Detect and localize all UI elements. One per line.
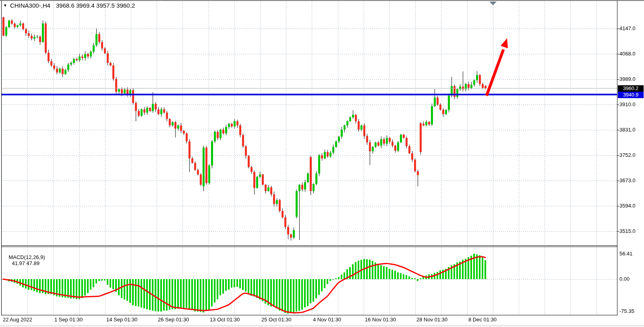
price-axis-label: 3831.0 <box>619 127 636 133</box>
time-axis-label: 25 Oct 01:30 <box>261 317 291 323</box>
price-axis-label: 3989.0 <box>619 76 636 82</box>
price-axis-label: 3673.0 <box>619 177 636 183</box>
time-axis-label: 4 Nov 01:30 <box>313 317 341 323</box>
chart-title: ▼ CHINA300-,H4 3968.6 3969.4 3957.5 3960… <box>3 2 135 9</box>
macd-name: MACD(12,26,9) <box>8 254 45 260</box>
macd-indicator-label: MACD(12,26,9) 41.97 47.89 <box>3 248 45 272</box>
chart-canvas[interactable] <box>0 0 644 327</box>
symbol-period-label: CHINA300-,H4 <box>10 2 50 9</box>
time-axis-label: 13 Oct 01:30 <box>210 317 240 323</box>
support-line[interactable] <box>2 94 617 95</box>
mt4-chart-window: ▼ CHINA300-,H4 3968.6 3969.4 3957.5 3960… <box>0 0 644 327</box>
time-axis-label: 16 Nov 01:30 <box>365 317 396 323</box>
price-axis-label: 4147.0 <box>619 25 636 31</box>
current-price-line <box>2 88 617 88</box>
indicator-axis-label: 0.00 <box>619 276 630 282</box>
hline-price-badge: 3940.9 <box>618 92 644 98</box>
time-axis-label: 1 Sep 01:30 <box>54 317 83 323</box>
indicator-axis-label: -75.35 <box>619 308 634 314</box>
price-axis-label: 3752.0 <box>619 152 636 158</box>
time-axis-label: 26 Sep 01:30 <box>158 317 189 323</box>
time-axis-label: 28 Nov 01:30 <box>416 317 447 323</box>
price-axis-label: 3515.0 <box>619 228 636 234</box>
ohlc-values: 3968.6 3969.4 3957.5 3960.2 <box>56 2 135 9</box>
time-axis-label: 14 Sep 01:30 <box>106 317 137 323</box>
price-axis-label: 3910.0 <box>619 101 636 107</box>
time-axis-label: 8 Dec 01:30 <box>468 317 497 323</box>
current-price-badge: 3960.2 <box>618 85 644 92</box>
macd-values: 41.97 47.89 <box>12 260 39 266</box>
symbol-dropdown-icon[interactable]: ▼ <box>3 3 7 8</box>
price-axis-label: 4068.0 <box>619 51 636 57</box>
indicator-axis-label: 56.41 <box>619 251 633 257</box>
trend-arrow[interactable] <box>479 35 516 101</box>
window-bottom-strip <box>0 325 644 327</box>
time-axis-label: 22 Aug 2022 <box>3 317 32 323</box>
price-axis-label: 3594.0 <box>619 203 636 209</box>
